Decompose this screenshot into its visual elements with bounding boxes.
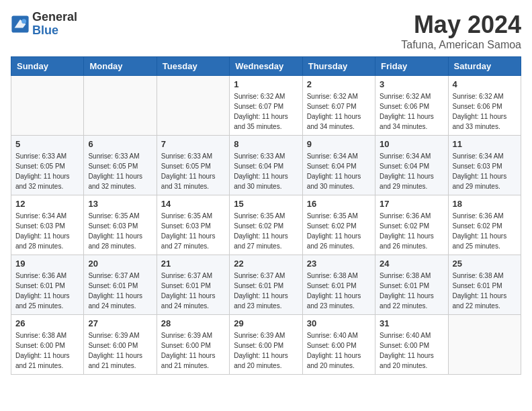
day-number: 18 [453,199,517,209]
calendar-cell: 30Sunrise: 6:40 AM Sunset: 6:00 PM Dayli… [302,315,375,375]
day-number: 25 [453,259,517,269]
day-number: 22 [234,259,298,269]
day-number: 21 [161,259,225,269]
calendar-cell [84,76,157,136]
weekday-header-saturday: Saturday [448,57,521,76]
title-block: May 2024 Tafuna, American Samoa [401,11,521,51]
calendar-cell: 26Sunrise: 6:38 AM Sunset: 6:00 PM Dayli… [11,315,84,375]
day-number: 28 [161,318,225,328]
day-number: 13 [88,199,152,209]
day-info: Sunrise: 6:32 AM Sunset: 6:06 PM Dayligh… [380,91,443,132]
day-info: Sunrise: 6:39 AM Sunset: 6:00 PM Dayligh… [161,330,225,371]
calendar-cell: 18Sunrise: 6:36 AM Sunset: 6:02 PM Dayli… [448,195,521,255]
day-number: 31 [380,318,443,328]
day-info: Sunrise: 6:37 AM Sunset: 6:01 PM Dayligh… [161,271,225,311]
calendar-cell: 1Sunrise: 6:32 AM Sunset: 6:07 PM Daylig… [230,76,302,136]
day-number: 2 [307,79,371,89]
day-number: 23 [307,259,371,269]
day-info: Sunrise: 6:34 AM Sunset: 6:04 PM Dayligh… [380,151,443,191]
calendar-cell: 9Sunrise: 6:34 AM Sunset: 6:04 PM Daylig… [302,136,375,195]
weekday-header-monday: Monday [84,57,157,76]
day-info: Sunrise: 6:32 AM Sunset: 6:06 PM Dayligh… [453,91,517,132]
day-number: 8 [234,139,298,149]
calendar-cell: 17Sunrise: 6:36 AM Sunset: 6:02 PM Dayli… [375,195,448,255]
calendar-cell: 5Sunrise: 6:33 AM Sunset: 6:05 PM Daylig… [11,136,84,195]
weekday-header-row: SundayMondayTuesdayWednesdayThursdayFrid… [11,57,521,76]
calendar-cell: 13Sunrise: 6:35 AM Sunset: 6:03 PM Dayli… [84,195,157,255]
day-info: Sunrise: 6:33 AM Sunset: 6:05 PM Dayligh… [161,151,225,191]
calendar-cell: 4Sunrise: 6:32 AM Sunset: 6:06 PM Daylig… [448,76,521,136]
day-number: 1 [234,79,298,89]
day-number: 16 [307,199,371,209]
day-info: Sunrise: 6:34 AM Sunset: 6:03 PM Dayligh… [15,211,79,251]
calendar-cell: 16Sunrise: 6:35 AM Sunset: 6:02 PM Dayli… [302,195,375,255]
weekday-header-friday: Friday [375,57,448,76]
calendar-subtitle: Tafuna, American Samoa [401,39,521,51]
day-number: 3 [380,79,443,89]
calendar-week-row: 5Sunrise: 6:33 AM Sunset: 6:05 PM Daylig… [11,136,521,195]
calendar-cell: 14Sunrise: 6:35 AM Sunset: 6:03 PM Dayli… [157,195,229,255]
day-info: Sunrise: 6:36 AM Sunset: 6:01 PM Dayligh… [15,271,79,311]
calendar-cell [11,76,84,136]
day-number: 9 [307,139,371,149]
calendar-cell: 11Sunrise: 6:34 AM Sunset: 6:03 PM Dayli… [448,136,521,195]
calendar-cell: 12Sunrise: 6:34 AM Sunset: 6:03 PM Dayli… [11,195,84,255]
page-header: General Blue May 2024 Tafuna, American S… [11,11,521,51]
day-info: Sunrise: 6:40 AM Sunset: 6:00 PM Dayligh… [307,330,371,371]
day-number: 4 [453,79,517,89]
calendar-cell: 28Sunrise: 6:39 AM Sunset: 6:00 PM Dayli… [157,315,229,375]
day-number: 5 [15,139,79,149]
day-number: 14 [161,199,225,209]
calendar-cell: 19Sunrise: 6:36 AM Sunset: 6:01 PM Dayli… [11,255,84,315]
day-info: Sunrise: 6:39 AM Sunset: 6:00 PM Dayligh… [234,330,298,371]
day-info: Sunrise: 6:32 AM Sunset: 6:07 PM Dayligh… [234,91,298,132]
day-info: Sunrise: 6:38 AM Sunset: 6:00 PM Dayligh… [15,330,79,371]
calendar-cell: 29Sunrise: 6:39 AM Sunset: 6:00 PM Dayli… [230,315,302,375]
day-number: 30 [307,318,371,328]
day-number: 6 [88,139,152,149]
calendar-cell: 24Sunrise: 6:38 AM Sunset: 6:01 PM Dayli… [375,255,448,315]
calendar-cell: 21Sunrise: 6:37 AM Sunset: 6:01 PM Dayli… [157,255,229,315]
day-info: Sunrise: 6:36 AM Sunset: 6:02 PM Dayligh… [380,211,443,251]
calendar-cell: 31Sunrise: 6:40 AM Sunset: 6:00 PM Dayli… [375,315,448,375]
weekday-header-wednesday: Wednesday [230,57,302,76]
calendar-week-row: 19Sunrise: 6:36 AM Sunset: 6:01 PM Dayli… [11,255,521,315]
day-number: 20 [88,259,152,269]
day-info: Sunrise: 6:35 AM Sunset: 6:03 PM Dayligh… [161,211,225,251]
day-number: 29 [234,318,298,328]
calendar-cell [157,76,229,136]
logo-blue-text: Blue [32,24,77,38]
svg-point-2 [21,19,26,24]
calendar-cell: 15Sunrise: 6:35 AM Sunset: 6:02 PM Dayli… [230,195,302,255]
day-info: Sunrise: 6:40 AM Sunset: 6:00 PM Dayligh… [380,330,443,371]
day-number: 17 [380,199,443,209]
day-number: 15 [234,199,298,209]
calendar-cell: 3Sunrise: 6:32 AM Sunset: 6:06 PM Daylig… [375,76,448,136]
calendar-table: SundayMondayTuesdayWednesdayThursdayFrid… [11,56,521,375]
day-info: Sunrise: 6:35 AM Sunset: 6:02 PM Dayligh… [234,211,298,251]
day-number: 19 [15,259,79,269]
calendar-cell: 6Sunrise: 6:33 AM Sunset: 6:05 PM Daylig… [84,136,157,195]
weekday-header-tuesday: Tuesday [157,57,229,76]
calendar-cell: 10Sunrise: 6:34 AM Sunset: 6:04 PM Dayli… [375,136,448,195]
day-info: Sunrise: 6:38 AM Sunset: 6:01 PM Dayligh… [453,271,517,311]
calendar-cell: 8Sunrise: 6:33 AM Sunset: 6:04 PM Daylig… [230,136,302,195]
day-info: Sunrise: 6:34 AM Sunset: 6:03 PM Dayligh… [453,151,517,191]
calendar-cell: 22Sunrise: 6:37 AM Sunset: 6:01 PM Dayli… [230,255,302,315]
calendar-cell: 2Sunrise: 6:32 AM Sunset: 6:07 PM Daylig… [302,76,375,136]
calendar-cell: 20Sunrise: 6:37 AM Sunset: 6:01 PM Dayli… [84,255,157,315]
day-info: Sunrise: 6:33 AM Sunset: 6:05 PM Dayligh… [88,151,152,191]
day-info: Sunrise: 6:37 AM Sunset: 6:01 PM Dayligh… [234,271,298,311]
weekday-header-thursday: Thursday [302,57,375,76]
logo-icon [11,15,30,34]
day-info: Sunrise: 6:34 AM Sunset: 6:04 PM Dayligh… [307,151,371,191]
day-number: 12 [15,199,79,209]
calendar-cell [448,315,521,375]
day-number: 7 [161,139,225,149]
day-info: Sunrise: 6:33 AM Sunset: 6:05 PM Dayligh… [15,151,79,191]
day-info: Sunrise: 6:32 AM Sunset: 6:07 PM Dayligh… [307,91,371,132]
calendar-cell: 7Sunrise: 6:33 AM Sunset: 6:05 PM Daylig… [157,136,229,195]
logo: General Blue [11,11,77,38]
day-info: Sunrise: 6:39 AM Sunset: 6:00 PM Dayligh… [88,330,152,371]
day-number: 10 [380,139,443,149]
